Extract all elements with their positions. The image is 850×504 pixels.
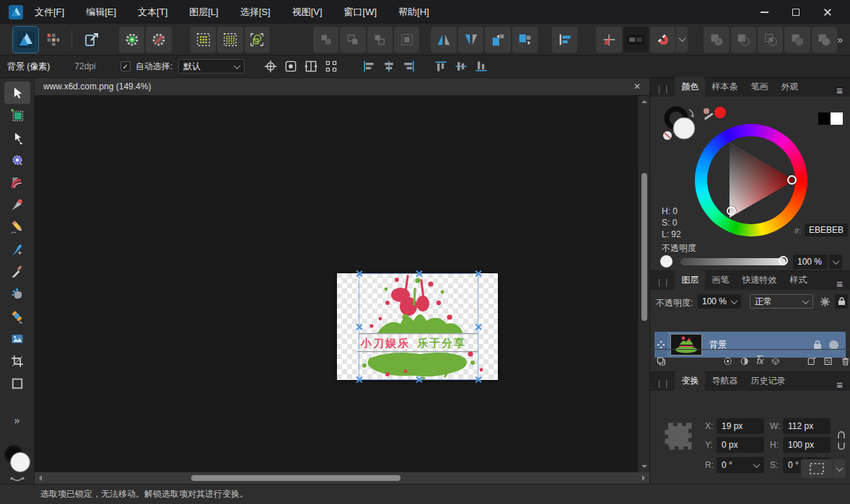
pixel-grid-button[interactable] [321, 58, 341, 75]
mask-layer-icon[interactable] [723, 355, 732, 368]
move-to-front-button[interactable] [313, 27, 338, 53]
scroll-up-arrow[interactable] [641, 100, 647, 103]
snap-midpoints-button[interactable] [190, 27, 216, 53]
delete-layer-icon[interactable] [841, 355, 850, 368]
crop-tool[interactable] [4, 350, 30, 372]
alignment-button[interactable] [552, 27, 577, 53]
boolean-subtract-button[interactable] [731, 27, 756, 53]
rotation-input[interactable]: 0 ° [717, 457, 764, 473]
hex-input[interactable]: EBEBEB [805, 224, 848, 236]
vertical-scrollbar[interactable] [638, 96, 649, 472]
selection-handle[interactable] [474, 376, 482, 384]
eraser-tool[interactable] [4, 305, 30, 327]
snapping-off-button[interactable] [146, 27, 171, 53]
vertical-scroll-thumb[interactable] [641, 173, 647, 321]
node-tool[interactable] [4, 126, 30, 149]
toggle-ui-button[interactable] [623, 27, 649, 53]
tab-transform[interactable]: 变换 [675, 371, 705, 391]
rotate-cw-button[interactable] [512, 27, 538, 53]
pencil-tool[interactable] [4, 216, 30, 238]
scroll-right-arrow[interactable] [642, 475, 645, 481]
autoselect-checkbox[interactable]: ✓ [121, 61, 131, 71]
menu-text[interactable]: 文本[T] [138, 6, 167, 19]
toolbar-overflow-button[interactable]: » [837, 34, 843, 45]
move-to-back-button[interactable] [394, 27, 419, 53]
swap-colors-icon[interactable] [10, 477, 25, 484]
w-input[interactable]: 112 px [783, 418, 831, 434]
show-handles-button[interactable] [301, 58, 321, 75]
panel-menu-icon[interactable]: ≡ [836, 280, 843, 288]
tab-layers[interactable]: 图层 [675, 270, 705, 290]
panel-menu-icon[interactable]: ≡ [836, 381, 843, 389]
document-tab[interactable]: www.x6d.com.png (149.4%) ✕ [35, 78, 649, 95]
fill-knife-tool[interactable] [4, 260, 30, 283]
panel-menu-icon[interactable]: ≡ [836, 87, 843, 94]
align-top-button[interactable] [431, 58, 451, 75]
menu-layer[interactable]: 图层[L] [189, 6, 218, 19]
layer-lock-button[interactable] [835, 294, 848, 309]
scroll-down-arrow[interactable] [641, 465, 647, 468]
boolean-intersect-button[interactable] [758, 27, 783, 53]
layer-visibility-toggle[interactable] [829, 340, 838, 350]
rotate-ccw-button[interactable] [485, 27, 510, 53]
align-left-button[interactable] [359, 58, 379, 75]
export-persona-button[interactable] [79, 27, 105, 53]
tools-overflow-button[interactable]: » [14, 415, 20, 426]
selection-handle[interactable] [474, 270, 482, 278]
panel-grip-icon[interactable]: ❘❘ [656, 379, 670, 388]
align-right-button[interactable] [399, 58, 419, 75]
anchor-point-selector[interactable] [662, 420, 695, 453]
tab-close-icon[interactable]: ✕ [634, 81, 641, 92]
canvas-viewport[interactable]: 小刀娱乐 乐于分享 [35, 96, 649, 472]
tab-swatches[interactable]: 样本条 [705, 77, 744, 97]
new-pixel-layer-icon[interactable] [823, 355, 833, 368]
x-input[interactable]: 19 px [717, 418, 764, 434]
vector-brush-tool[interactable] [4, 238, 30, 260]
y-input[interactable]: 0 px [717, 437, 764, 453]
selection-handle[interactable] [415, 270, 423, 278]
move-tool[interactable] [4, 81, 30, 104]
align-center-button[interactable] [379, 58, 399, 75]
duplicate-layers-icon[interactable] [656, 354, 667, 368]
flip-horizontal-button[interactable] [431, 27, 456, 53]
selection-handle[interactable] [355, 376, 363, 384]
transform-mode-button[interactable] [801, 459, 833, 478]
boolean-combine-button[interactable] [812, 27, 837, 53]
autoselect-dropdown[interactable]: 默认 [178, 59, 245, 74]
designer-persona-button[interactable] [13, 27, 38, 53]
horizontal-scroll-thumb[interactable] [191, 475, 400, 481]
color-picker-eyedropper[interactable] [702, 105, 727, 124]
menu-help[interactable]: 帮助[H] [398, 6, 429, 19]
link-dimensions-icon[interactable] [837, 431, 846, 450]
move-backward-button[interactable] [367, 27, 393, 53]
opacity-slider-knob[interactable] [779, 256, 788, 265]
transparency-tool[interactable] [4, 283, 30, 305]
tab-history[interactable]: 历史记录 [744, 371, 792, 391]
opacity-dropdown-button[interactable] [829, 255, 842, 269]
selection-handle[interactable] [415, 376, 423, 384]
color-wheel[interactable] [695, 124, 807, 236]
close-button[interactable] [817, 4, 838, 20]
menu-window[interactable]: 窗口[W] [344, 6, 377, 19]
flip-vertical-button[interactable] [458, 27, 483, 53]
color-wells[interactable] [3, 445, 32, 474]
boolean-divide-button[interactable] [784, 27, 810, 53]
horizontal-scrollbar[interactable] [35, 472, 649, 484]
blend-options-gear-icon[interactable] [819, 296, 831, 308]
corner-tool[interactable] [4, 171, 30, 193]
snap-object-button[interactable] [245, 27, 270, 53]
maximize-button[interactable] [785, 4, 807, 20]
new-layer-icon[interactable] [807, 355, 816, 368]
tab-navigator[interactable]: 导航器 [705, 371, 744, 391]
layer-opacity-dropdown[interactable]: 100 % [698, 294, 741, 309]
selection-handle[interactable] [474, 323, 482, 331]
blend-mode-dropdown[interactable]: 正常 [750, 294, 813, 309]
opacity-slider[interactable] [680, 258, 786, 265]
tab-stroke[interactable]: 笔画 [744, 77, 774, 97]
sl-selector[interactable] [727, 206, 736, 216]
menu-view[interactable]: 视图[V] [292, 6, 323, 19]
tab-quick-fx[interactable]: 快速特效 [735, 270, 783, 290]
transform-origin-button[interactable] [260, 58, 281, 75]
align-middle-button[interactable] [451, 58, 471, 75]
selection-handle[interactable] [355, 323, 363, 331]
